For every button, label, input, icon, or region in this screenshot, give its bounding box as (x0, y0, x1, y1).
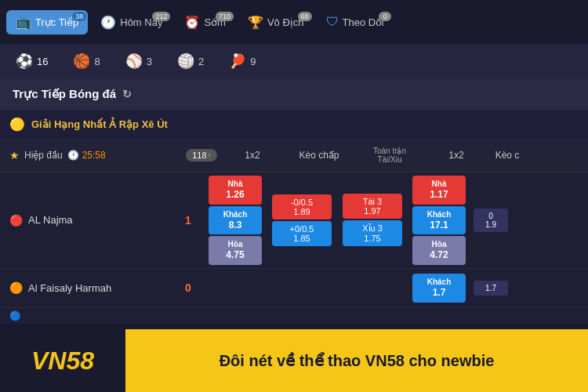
bottom-banner: VN58 Đôi nét về thể thao VN58 cho newbie (0, 329, 588, 392)
bet-1x2-al-najma: Nhà 1.26 Khách 8.3 Hòa 4.75 (204, 172, 267, 268)
nav-item-som[interactable]: ⏰ Sớm 710 (175, 10, 235, 34)
bet-1x2b-al-faisaly: Khách 1.7 (408, 269, 470, 307)
count-badge[interactable]: 118 › (186, 149, 217, 162)
bet-hoa-label: Hòa (213, 239, 257, 249)
nav-label-theo-doi: Theo Dõi (343, 16, 384, 28)
clock-small-icon: 🕐 (67, 150, 79, 161)
bet-khach-al-najma[interactable]: Khách 8.3 (209, 206, 262, 235)
th-match: ★ Hiệp đầu 🕐 25:58 (9, 149, 182, 162)
team-name-al-faisaly: Al Faisaly Harmah (28, 282, 111, 294)
refresh-icon[interactable]: ↻ (122, 88, 132, 100)
taixiu-al-najma: Tài 3 1.97 Xỉu 3 1.75 (337, 172, 408, 268)
bet-khach-odd: 8.3 (213, 220, 257, 232)
alarm-icon: ⏰ (184, 15, 200, 30)
sport-soccer[interactable]: ⚽ 16 (9, 49, 54, 73)
sport-volleyball-count: 2 (198, 56, 204, 67)
count-value: 118 (192, 151, 206, 160)
taixiu-al-faisaly (337, 269, 408, 307)
bet-hoa-b-al-najma[interactable]: Hòa 4.72 (412, 236, 466, 265)
bet-khach-label: Khách (213, 209, 257, 220)
soccer-icon: ⚽ (16, 53, 33, 70)
tai-al-najma[interactable]: Tài 3 1.97 (343, 194, 402, 219)
match-info-al-najma: 🔴 AL Najma (0, 172, 172, 268)
score-value-al-najma: 1 (185, 214, 191, 227)
sport-baseball[interactable]: ⚾ 3 (119, 49, 158, 73)
keo-chap-top-label: -0/0.5 (277, 198, 327, 207)
bet-nha-odd: 1.26 (213, 189, 257, 201)
keoc-al-najma: 0 1.9 (470, 172, 511, 268)
nav-badge-truc-tiep: 38 (72, 12, 86, 21)
keoc-btn-al-faisaly[interactable]: 1.7 (474, 281, 508, 296)
league-header: 🟡 Giải Hạng Nhất Ả Rập Xê Út (0, 110, 588, 138)
bet-hoa-b-label: Hòa (417, 239, 461, 249)
bet-hoa-b-odd: 4.72 (417, 249, 461, 262)
partial-row: 🔵 (0, 308, 588, 324)
tabletennis-icon: 🏓 (229, 53, 246, 70)
shield-icon: 🛡 (326, 15, 339, 29)
bet-nha-b-label: Nhà (417, 179, 461, 189)
table-header: ★ Hiệp đầu 🕐 25:58 118 › 1x2 Kèo chấp To… (0, 138, 588, 172)
time-value: 25:58 (82, 150, 106, 161)
tai-label: Tài 3 (347, 197, 397, 206)
chevron-right-icon: › (209, 151, 211, 159)
league-icon: 🟡 (9, 117, 25, 132)
nav-badge-hom-nay: 212 (152, 12, 170, 21)
bet-1x2-al-faisaly (204, 269, 267, 307)
keo-chap-al-najma: -0/0.5 1.89 +0/0.5 1.85 (267, 172, 337, 268)
keo-chap-top-al-najma[interactable]: -0/0.5 1.89 (272, 194, 332, 220)
banner-text: Đôi nét về thể thao VN58 cho newbie (125, 351, 588, 370)
bet-nha-label: Nhà (213, 179, 257, 189)
team-name-al-najma: AL Najma (28, 214, 73, 226)
sport-tabletennis[interactable]: 🏓 9 (223, 49, 262, 73)
bet-hoa-al-najma[interactable]: Hòa 4.75 (209, 236, 262, 265)
th-keochap-label: Kèo chấp (299, 150, 339, 161)
table-row: 🔴 AL Najma 1 Nhà 1.26 Khách 8.3 Hòa 4.75… (0, 172, 588, 269)
nav-item-theo-doi[interactable]: 🛡 Theo Dõi 0 (317, 10, 394, 34)
match-score-al-najma: 1 (172, 172, 204, 268)
bet-nha-b-al-najma[interactable]: Nhà 1.17 (412, 176, 466, 205)
keo-chap-bot-odd: 1.85 (277, 234, 327, 243)
bet-nha-b-odd: 1.17 (417, 189, 461, 201)
xiu-label: Xỉu 3 (347, 223, 397, 234)
keoc-al-faisaly: 1.7 (470, 269, 511, 307)
sport-basketball-count: 8 (94, 56, 100, 67)
vn58-logo[interactable]: VN58 (0, 329, 125, 392)
sport-volleyball[interactable]: 🏐 2 (171, 49, 210, 73)
th-1x2: 1x2 (221, 150, 284, 161)
th-toantran-label: Toàn trận (373, 147, 406, 155)
tv-icon: 📺 (16, 15, 31, 30)
nav-item-hom-nay[interactable]: 🕐 Hôm Nay 212 (91, 10, 172, 34)
keo-chap-bot-al-najma[interactable]: +0/0.5 1.85 (272, 221, 332, 246)
bet-khach-b-label: Khách (417, 209, 461, 220)
bet-khach-bf-odd: 1.7 (417, 287, 461, 299)
sport-soccer-count: 16 (37, 56, 48, 67)
th-toantran: Toàn trận Tài/Xiu (354, 147, 425, 164)
bet-khach-b-al-faisaly[interactable]: Khách 1.7 (412, 274, 466, 303)
team-flag-al-najma: 🔴 (9, 214, 22, 227)
bet-nha-al-najma[interactable]: Nhà 1.26 (209, 176, 262, 205)
logo-text: VN58 (31, 347, 94, 376)
keo-chap-al-faisaly (267, 269, 337, 307)
keoc-label: 0 (478, 212, 503, 220)
nav-item-truc-tiep[interactable]: 📺 Trực Tiếp 38 (6, 10, 88, 34)
nav-badge-theo-doi: 0 (379, 12, 391, 21)
section-title: Trực Tiếp Bóng đá (13, 87, 116, 101)
clock-icon: 🕐 (100, 15, 116, 30)
xiu-al-najma[interactable]: Xỉu 3 1.75 (343, 220, 402, 246)
basketball-icon: 🏀 (73, 53, 90, 70)
nav-item-vo-dich[interactable]: 🏆 Vô Địch 68 (238, 10, 314, 34)
sport-basketball[interactable]: 🏀 8 (67, 49, 106, 73)
nav-badge-som: 710 (216, 12, 234, 21)
bet-1x2b-al-najma: Nhà 1.17 Khách 17.1 Hòa 4.72 (408, 172, 470, 268)
th-1x2-label: 1x2 (245, 150, 260, 161)
nav-badge-vo-dich: 68 (298, 12, 312, 21)
volleyball-icon: 🏐 (177, 53, 194, 70)
th-hiep-dau: Hiệp đầu (24, 150, 63, 161)
keoc-btn-al-najma[interactable]: 0 1.9 (474, 209, 508, 232)
bet-khach-b-al-najma[interactable]: Khách 17.1 (412, 206, 466, 235)
team-flag-al-faisaly: 🟠 (9, 281, 22, 294)
sport-tabletennis-count: 9 (250, 56, 256, 67)
th-1x2b: 1x2 (425, 150, 488, 161)
match-score-al-faisaly: 0 (172, 269, 204, 307)
th-count-area: 118 › (182, 149, 221, 162)
